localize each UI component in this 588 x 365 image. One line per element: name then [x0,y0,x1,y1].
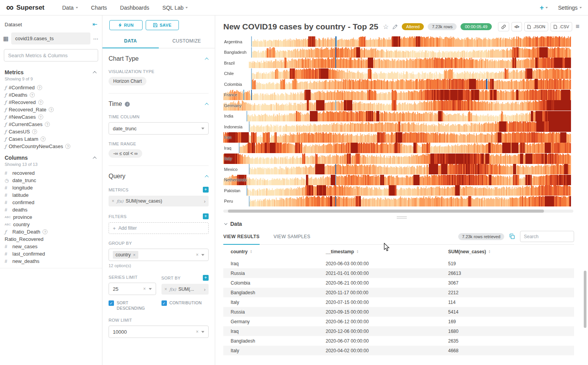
metric-item[interactable]: CasesUS [0,128,102,135]
horizon-row[interactable]: Iraq [223,143,571,154]
dataset-name[interactable]: covid19.cases_ts [11,32,90,44]
group-by-select[interactable]: country [109,249,209,261]
metric-item[interactable]: #CurrentCases [0,121,102,128]
column-item[interactable]: Ratio_Recovered [0,235,102,243]
horizon-row[interactable]: Colombia [223,79,571,90]
metric-item[interactable]: #Confirmed [0,84,102,91]
add-sort-button[interactable] [203,275,209,281]
column-item[interactable]: date_trunc [0,177,102,184]
run-button[interactable]: RUN [109,20,143,30]
horizon-row[interactable]: Bangladesh [223,47,571,58]
table-row[interactable]: Russia2021-01-01 00:00:0026613 [223,268,574,278]
table-row[interactable]: Bangladesh2020-06-07 00:00:002635 [223,336,574,346]
results-search-input[interactable] [520,231,574,242]
metric-item[interactable]: #Deaths [0,91,102,99]
series-limit-select[interactable]: 25 [109,283,156,295]
sort-descending-checkbox[interactable]: SORT DESCENDING [109,300,156,311]
horizon-row[interactable]: Iran [223,132,571,143]
column-item[interactable]: confirmed [0,199,102,206]
scrollbar-thumb[interactable] [228,210,544,213]
remove-tag-icon[interactable] [133,253,135,257]
horizon-row[interactable]: Argentina [223,36,571,47]
clear-select-icon[interactable] [196,252,199,257]
search-metrics-input[interactable] [4,49,98,61]
horizon-row[interactable]: Pakistan [223,185,571,196]
add-new-button[interactable]: + [540,4,548,11]
horizon-row[interactable]: Indonesia [223,121,571,132]
tab-customize[interactable]: CUSTOMIZE [159,34,215,48]
time-range-pill[interactable]: -∞ ≤ col < ∞ [109,149,142,158]
nav-item-dashboards[interactable]: Dashboards [120,5,150,11]
horizon-row[interactable]: Germany [223,100,571,111]
sort-icon[interactable]: ▲▼ [250,250,252,254]
table-row[interactable]: Bangladesh2020-11-17 00:00:002212 [223,288,574,297]
column-header-sum-new_cases-[interactable]: SUM(new_cases)▲▼ [441,249,574,254]
add-metric-button[interactable] [203,187,209,193]
metric-item[interactable]: #Recovered [0,99,102,106]
column-header-__timestamp[interactable]: __timestamp▲▼ [318,249,441,254]
column-item[interactable]: province [0,213,102,221]
clear-select-icon[interactable] [196,329,199,334]
horizon-row[interactable]: Italy [223,154,571,164]
vertical-scrollbar-thumb[interactable] [584,271,586,328]
edit-properties-icon[interactable] [393,24,398,29]
metric-item[interactable]: Recovered_Rate [0,106,102,113]
export-csv-button[interactable]: .CSV [551,22,572,31]
save-button[interactable]: SAVE [146,20,179,30]
add-filter-button[interactable] [203,213,209,219]
group-by-tag[interactable]: country [113,251,138,259]
time-header[interactable]: Time [109,101,209,107]
horizon-row[interactable]: Netherlands [223,175,571,186]
column-header-country[interactable]: country▲▼ [223,249,318,254]
sort-icon[interactable]: ▲▼ [356,250,359,254]
collapse-metrics-icon[interactable] [93,71,97,75]
superset-brand[interactable]: Superset [6,2,44,13]
contribution-checkbox[interactable]: CONTRIBUTION [161,300,209,311]
export-json-button[interactable]: .JSON [524,22,548,31]
favorite-star-icon[interactable] [383,23,389,31]
row-limit-select[interactable]: 10000 [109,326,209,338]
table-row[interactable]: Italy2020-07-15 00:00:00114 [223,297,574,307]
column-item[interactable]: deaths [0,206,102,213]
table-row[interactable]: Russia2020-09-15 00:00:005414 [223,307,574,317]
nav-item-data[interactable]: Data [62,5,78,11]
chart-title[interactable]: New COVID19 cases by country - Top 25 [223,22,378,31]
column-item[interactable]: longitude [0,184,102,191]
table-row[interactable]: Colombia2020-06-21 00:00:003067 [223,278,574,288]
column-item[interactable]: country [0,221,102,228]
horizon-row[interactable]: Peru [223,196,571,207]
metric-item[interactable]: #NewCases [0,113,102,121]
metric-item[interactable]: OtherCountryNewCases [0,143,102,150]
horizon-row[interactable]: France [223,90,571,101]
collapse-columns-icon[interactable] [93,156,97,160]
time-column-select[interactable]: date_trunc [109,122,209,135]
sort-icon[interactable]: ▲▼ [488,250,491,254]
column-item[interactable]: new_cases [0,243,102,250]
nav-item-sql-lab[interactable]: SQL Lab [162,5,188,11]
embed-code-button[interactable]: </> [512,22,522,31]
tab-data[interactable]: DATA [102,34,159,48]
viz-type-pill[interactable]: Horizon Chart [109,77,146,85]
altered-badge[interactable]: Altered [402,23,424,30]
clear-select-icon[interactable] [143,287,146,291]
horizon-row[interactable]: Chile [223,68,571,79]
horizon-row[interactable]: India [223,111,571,122]
metric-item[interactable]: Cases Latam [0,135,102,143]
panel-resize-handle[interactable] [215,213,588,220]
remove-metric-icon[interactable] [112,199,114,203]
remove-sort-icon[interactable] [165,287,167,292]
add-filter-dropzone[interactable]: Add filter [109,222,209,234]
horizon-row[interactable]: Brazil [223,58,571,68]
column-item[interactable]: latitude [0,191,102,199]
collapse-panel-icon[interactable] [92,21,97,28]
horizon-row[interactable]: Mexico [223,164,571,175]
tab-view-results[interactable]: VIEW RESULTS [223,229,260,244]
column-item[interactable]: recovered [0,169,102,177]
table-row[interactable]: Iraq2020-06-03 00:00:00519 [223,259,574,268]
copy-data-button[interactable] [509,234,515,239]
table-row[interactable]: Iraq2020-12-06 00:00:001680 [223,326,574,336]
nav-item-charts[interactable]: Charts [91,5,107,11]
horizontal-scrollbar[interactable] [223,210,573,213]
column-item[interactable]: last_confirmed [0,250,102,258]
column-item[interactable]: new_deaths [0,258,102,265]
